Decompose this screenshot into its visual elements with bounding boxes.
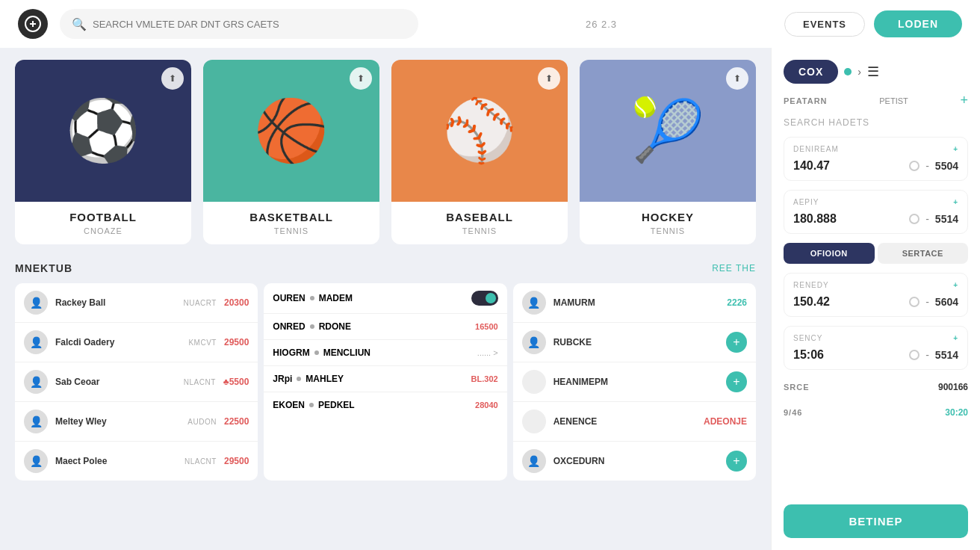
share-basketball-button[interactable]: ⬆ [350,67,372,90]
events-button[interactable]: EVENTS [784,12,865,37]
avatar: 👤 [24,330,48,354]
match-row[interactable]: OUREN MADEM [264,283,506,314]
bet-radio-1[interactable] [909,161,919,171]
section-title: MNEKTUB [15,262,72,274]
football-subtitle: CNOAZE [27,226,179,235]
player-row[interactable]: 👤 RUBCKE + [513,323,756,362]
player-name: Maect Polee [55,456,177,466]
bet-plus-1[interactable]: + [953,145,958,153]
sport-card-basketball[interactable]: 🏀 ⬆ BASKETBALL TENNIS [203,60,379,244]
match-row[interactable]: EKOEN PEDKEL 28040 [264,392,506,418]
add-player-button[interactable]: + [726,332,747,353]
bet-label-3: RENEDY + [793,281,958,289]
player-tag: NUACRT [183,299,216,307]
match-info: ONRED RDONE [273,321,468,332]
bet-minus-2[interactable]: - [925,213,929,225]
list-label: PETIST [879,96,908,105]
player-name: RUBCKE [553,337,719,347]
match-team1: OUREN [273,293,305,303]
chevron-right-icon[interactable]: › [858,66,861,78]
search-input[interactable] [93,19,406,30]
bet-value-1: 140.47 [793,159,903,173]
header-right: EVENTS LODEN [784,10,962,37]
tab-ofioion[interactable]: OFIOION [784,243,875,264]
player-row[interactable]: HEANIMEPM + [513,362,756,402]
player-tag: KMCVT [188,339,217,347]
time-label: 9/46 [784,408,802,417]
match-team1: ONRED [273,321,305,332]
players-col-3: 👤 MAMURM 2226 👤 RUBCKE + HEANIMEPM + AEN… [513,283,756,481]
football-card-body: FOOTBALL CNOAZE [15,202,191,244]
content-area: ⚽ ⬆ FOOTBALL CNOAZE 🏀 ⬆ BASKETBALL TENNI… [0,48,771,550]
player-row[interactable]: 👤 Meltey Wley AUDON 22500 [15,402,258,442]
login-button[interactable]: LODEN [874,10,962,37]
match-info: EKOEN PEDKEL [273,400,468,410]
match-team1: EKOEN [273,400,305,410]
add-player-button[interactable]: + [726,451,747,472]
player-tag: AUDON [187,418,217,426]
bet-minus-4[interactable]: - [925,349,929,361]
player-row[interactable]: 👤 Sab Ceoar NLACNT ♣5500 [15,362,258,402]
player-tag: NLACNT [184,457,217,466]
main-layout: ⚽ ⬆ FOOTBALL CNOAZE 🏀 ⬆ BASKETBALL TENNI… [0,48,980,550]
bet-label-1: DENIREAM + [793,145,958,153]
search-bar[interactable]: 🔍 [60,9,418,39]
player-row[interactable]: 👤 Falcdi Oadery KMCVT 29500 [15,323,258,362]
share-football-button[interactable]: ⬆ [161,67,184,90]
bet-plus-3[interactable]: + [953,281,958,289]
bet-controls-4: 15:06 - 5514 [793,348,958,362]
section-link[interactable]: REE THE [712,263,756,274]
cox-button[interactable]: COX [784,60,838,84]
sport-card-hockey[interactable]: 🎾 ⬆ HOCKEY TENNIS [580,60,756,244]
share-baseball-button[interactable]: ⬆ [538,67,560,90]
sport-card-baseball[interactable]: ⚾ ⬆ BASEBALL TENNIS [391,60,568,244]
match-row[interactable]: ONRED RDONE 16500 [264,314,506,340]
player-row[interactable]: 👤 Maect Polee NLACNT 29500 [15,442,258,481]
bet-section-2: AEPIY + 180.888 - 5514 [784,190,968,234]
player-value: 29500 [224,337,249,347]
score-value: 900166 [938,382,968,392]
bet-radio-4[interactable] [909,350,919,360]
add-icon[interactable]: + [960,93,968,108]
share-hockey-button[interactable]: ⬆ [726,67,748,90]
bet-odd-2: 5514 [935,213,958,225]
sport-card-football[interactable]: ⚽ ⬆ FOOTBALL CNOAZE [15,60,191,244]
match-score: BL.302 [471,374,498,383]
player-row[interactable]: 👤 MAMURM 2226 [513,283,756,323]
score-row: SRCE 900166 [784,379,968,395]
baseball-subtitle: TENNIS [403,226,556,235]
bet-controls-3: 150.42 - 5604 [793,295,958,309]
match-info: OUREN MADEM [273,293,463,303]
toggle-switch[interactable] [471,291,498,306]
player-row[interactable]: AENENCE ADEONJE [513,402,756,442]
match-row[interactable]: HIOGRM MENCLIUN ...... > [264,340,506,366]
tab-sertace[interactable]: SERTACE [878,243,969,264]
player-row[interactable]: 👤 OXCEDURN + [513,442,756,481]
match-team1: JRpi [273,374,292,384]
player-value: 20300 [224,297,249,308]
feature-label: PEATARN [784,96,828,105]
hockey-icon: 🎾 [630,96,705,166]
tabs-row: OFIOION SERTACE [784,243,968,264]
hockey-card-body: HOCKEY TENNIS [580,202,756,244]
player-name: Falcdi Oadery [55,337,181,347]
players-col-2: OUREN MADEM ONRED RDONE 16500 [264,283,506,481]
bet-minus-1[interactable]: - [925,160,929,172]
match-row[interactable]: JRpi MAHLEY BL.302 [264,366,506,392]
players-grid: 👤 Rackey Ball NUACRT 20300 👤 Falcdi Oade… [15,283,756,481]
add-player-button[interactable]: + [726,371,747,392]
bet-plus-2[interactable]: + [953,198,958,206]
avatar: 👤 [522,330,546,354]
basketball-subtitle: TENNIS [215,226,368,235]
bet-value-4: 15:06 [793,348,903,362]
match-team2: MAHLEY [306,374,344,384]
bet-radio-2[interactable] [909,214,919,224]
match-dot [309,403,314,407]
bet-radio-3[interactable] [909,297,919,307]
logo[interactable] [18,9,48,39]
menu-icon[interactable]: ☰ [867,64,879,80]
bet-plus-4[interactable]: + [953,334,958,342]
player-row[interactable]: 👤 Rackey Ball NUACRT 20300 [15,283,258,323]
bet-minus-3[interactable]: - [925,296,929,308]
bet-button[interactable]: BETINEP [784,504,968,538]
